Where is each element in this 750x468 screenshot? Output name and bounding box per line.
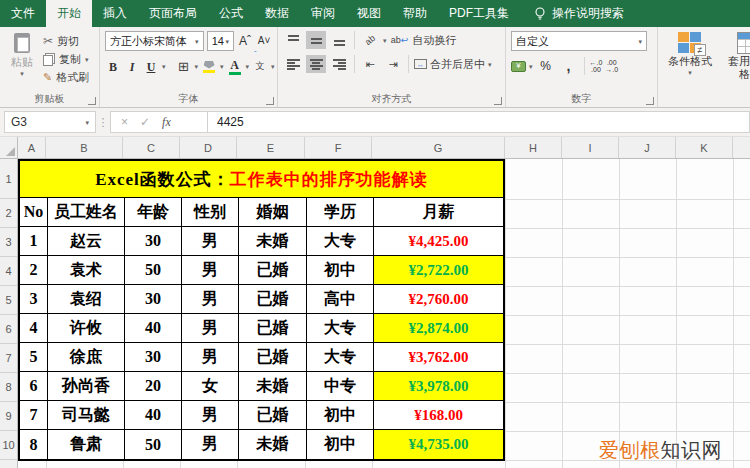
menu-tab-文件[interactable]: 文件 <box>0 0 46 27</box>
menu-tab-开始[interactable]: 开始 <box>46 0 92 27</box>
menu-tab-审阅[interactable]: 审阅 <box>300 0 346 27</box>
header-cell-2[interactable]: 年龄 <box>125 198 182 227</box>
cell-salary[interactable]: ¥3,762.00 <box>374 343 503 372</box>
header-cell-1[interactable]: 员工姓名 <box>48 198 125 227</box>
paste-button[interactable]: 粘贴 ▾ <box>5 31 39 92</box>
cell-gender[interactable]: 男 <box>182 314 239 343</box>
shrink-font-button[interactable]: A˅ <box>256 32 272 51</box>
cell-education[interactable]: 大专 <box>307 227 374 256</box>
row-header-6[interactable]: 6 <box>0 315 17 344</box>
align-right-button[interactable] <box>329 55 349 73</box>
cell-no[interactable]: 5 <box>20 343 48 372</box>
menu-tab-数据[interactable]: 数据 <box>254 0 300 27</box>
cell-marital[interactable]: 未婚 <box>239 430 307 459</box>
row-header-4[interactable]: 4 <box>0 257 17 286</box>
column-header-partial[interactable] <box>733 137 750 158</box>
header-cell-6[interactable]: 月薪 <box>374 198 503 227</box>
format-painter-button[interactable]: ✎格式刷 <box>43 69 89 85</box>
tell-me-search[interactable]: 操作说明搜索 <box>534 0 624 27</box>
wrap-text-button[interactable]: 自动换行 <box>413 33 457 48</box>
formula-input[interactable]: 4425 <box>208 111 750 133</box>
cell-name[interactable]: 孙尚香 <box>48 372 125 401</box>
header-cell-3[interactable]: 性别 <box>182 198 239 227</box>
menu-tab-帮助[interactable]: 帮助 <box>392 0 438 27</box>
column-header-H[interactable]: H <box>505 137 562 158</box>
header-cell-5[interactable]: 学历 <box>307 198 374 227</box>
cell-education[interactable]: 大专 <box>307 314 374 343</box>
cut-button[interactable]: ✂剪切 <box>43 33 89 49</box>
percent-style-button[interactable]: % <box>536 57 556 75</box>
cell-salary[interactable]: ¥168.00 <box>374 401 503 430</box>
cell-no[interactable]: 8 <box>20 430 48 459</box>
sheet-grid[interactable]: 12345678910 Excel函数公式： 工作表中的排序功能解读 No员工姓… <box>0 159 750 468</box>
orientation-button[interactable]: ab <box>360 31 380 49</box>
cell-age[interactable]: 30 <box>125 285 182 314</box>
font-name-combo[interactable]: 方正小标宋简体▾ <box>105 31 204 51</box>
merge-center-button[interactable]: 合并后居中 <box>430 57 485 72</box>
cell-salary[interactable]: ¥2,874.00 <box>374 314 503 343</box>
cell-name[interactable]: 司马懿 <box>48 401 125 430</box>
cell-marital[interactable]: 已婚 <box>239 256 307 285</box>
cell-marital[interactable]: 已婚 <box>239 314 307 343</box>
align-bottom-button[interactable] <box>329 31 349 49</box>
cell-no[interactable]: 7 <box>20 401 48 430</box>
menu-tab-视图[interactable]: 视图 <box>346 0 392 27</box>
cell-education[interactable]: 初中 <box>307 430 374 459</box>
cell-gender[interactable]: 男 <box>182 285 239 314</box>
formula-bar-grip[interactable]: ⋮ <box>96 116 110 129</box>
cell-marital[interactable]: 未婚 <box>239 372 307 401</box>
cell-age[interactable]: 40 <box>125 314 182 343</box>
column-header-J[interactable]: J <box>619 137 676 158</box>
font-color-button[interactable]: A <box>227 57 243 76</box>
column-header-G[interactable]: G <box>372 137 505 158</box>
cell-gender[interactable]: 女 <box>182 372 239 401</box>
underline-button[interactable]: U <box>143 57 159 76</box>
row-header-partial[interactable] <box>0 460 17 468</box>
cell-education[interactable]: 初中 <box>307 401 374 430</box>
insert-function-button[interactable]: fx <box>162 115 171 130</box>
cell-marital[interactable]: 未婚 <box>239 227 307 256</box>
column-header-E[interactable]: E <box>237 137 305 158</box>
row-header-1[interactable]: 1 <box>0 159 17 199</box>
cell-salary[interactable]: ¥4,425.00 <box>374 227 503 256</box>
row-header-9[interactable]: 9 <box>0 402 17 431</box>
dialog-launcher-icon[interactable] <box>494 97 502 105</box>
column-header-C[interactable]: C <box>123 137 180 158</box>
select-all-corner[interactable] <box>0 137 18 158</box>
menu-tab-页面布局[interactable]: 页面布局 <box>138 0 208 27</box>
cell-name[interactable]: 徐庶 <box>48 343 125 372</box>
cell-age[interactable]: 50 <box>125 430 182 459</box>
column-header-D[interactable]: D <box>180 137 237 158</box>
cell-name[interactable]: 许攸 <box>48 314 125 343</box>
italic-button[interactable]: I <box>124 57 140 76</box>
conditional-formatting-button[interactable]: ≠ 条件格式 ▾ <box>663 32 717 92</box>
cell-no[interactable]: 1 <box>20 227 48 256</box>
borders-button[interactable]: ⊞ <box>176 57 192 76</box>
cell-gender[interactable]: 男 <box>182 343 239 372</box>
align-center-button[interactable] <box>306 55 326 73</box>
cell-gender[interactable]: 男 <box>182 256 239 285</box>
menu-tab-PDF工具集[interactable]: PDF工具集 <box>438 0 520 27</box>
table-title[interactable]: Excel函数公式： 工作表中的排序功能解读 <box>20 161 503 198</box>
cell-age[interactable]: 30 <box>125 343 182 372</box>
align-left-button[interactable] <box>283 55 303 73</box>
row-header-10[interactable]: 10 <box>0 431 17 460</box>
menu-tab-公式[interactable]: 公式 <box>208 0 254 27</box>
cell-age[interactable]: 40 <box>125 401 182 430</box>
cell-age[interactable]: 50 <box>125 256 182 285</box>
cell-education[interactable]: 高中 <box>307 285 374 314</box>
cell-salary[interactable]: ¥2,760.00 <box>374 285 503 314</box>
cell-no[interactable]: 2 <box>20 256 48 285</box>
increase-decimal-button[interactable]: ←.0.00 <box>590 59 603 73</box>
enter-button[interactable]: ✓ <box>140 115 150 129</box>
header-cell-4[interactable]: 婚姻 <box>239 198 307 227</box>
cell-education[interactable]: 初中 <box>307 256 374 285</box>
align-top-button[interactable] <box>283 31 303 49</box>
align-middle-button[interactable] <box>306 31 326 49</box>
cell-marital[interactable]: 已婚 <box>239 285 307 314</box>
cell-no[interactable]: 6 <box>20 372 48 401</box>
cancel-button[interactable]: × <box>121 115 128 129</box>
dialog-launcher-icon[interactable] <box>266 97 274 105</box>
copy-button[interactable]: 复制▾ <box>43 51 89 67</box>
column-header-B[interactable]: B <box>46 137 123 158</box>
